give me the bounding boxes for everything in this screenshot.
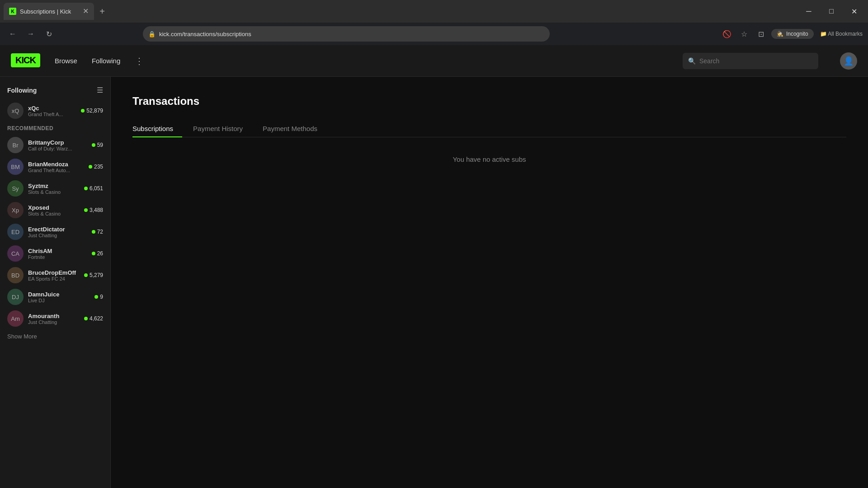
live-dot-erectdictator [92, 230, 95, 234]
sidebar-item-brucedropemoff[interactable]: BD BruceDropEmOff EA Sports FC 24 5,279 [0, 264, 110, 286]
maximize-button[interactable]: □ [821, 0, 842, 23]
back-button[interactable]: ← [5, 27, 20, 41]
sidebar-viewers-erectdictator: 72 [92, 229, 103, 235]
sidebar-info-chrisam: ChrisAM Fortnite [28, 248, 87, 260]
live-dot-amouranth [84, 317, 88, 320]
sidebar-item-erectdictator[interactable]: ED ErectDictator Just Chatting 72 [0, 221, 110, 243]
sidebar-viewers-brittanycorp: 59 [92, 142, 103, 148]
transactions-tabs: Subscriptions Payment History Payment Me… [132, 120, 846, 137]
live-dot-brucedropemoff [84, 273, 88, 277]
page-title: Transactions [132, 95, 846, 108]
sidebar-info-syztmz: Syztmz Slots & Casino [28, 183, 80, 195]
incognito-button[interactable]: 🕵 Incognito [771, 29, 814, 39]
sidebar-viewers-syztmz: 6,051 [84, 185, 103, 192]
sidebar-item-damnjuice[interactable]: DJ DamnJuice Live DJ 9 [0, 286, 110, 308]
bookmarks-folder-icon: 📁 [820, 31, 827, 37]
tab-favicon: K [9, 8, 16, 15]
browser-chrome: K Subscriptions | Kick ✕ + ─ □ ✕ ← → ↻ 🔒… [0, 0, 868, 45]
avatar-syztmz: Sy [7, 180, 24, 197]
avatar-amouranth: Am [7, 310, 24, 327]
sidebar-viewers-damnjuice: 9 [94, 294, 103, 300]
sidebar-game-xposed: Slots & Casino [28, 211, 80, 216]
header-search[interactable]: 🔍 [683, 53, 818, 69]
avatar-xqc: xQ [7, 103, 24, 119]
browser-actions: 🚫 ☆ ⊡ 🕵 Incognito 📁 All Bookmarks [720, 27, 863, 41]
nav-following[interactable]: Following [92, 57, 120, 65]
sidebar-game-xqc: Grand Theft A... [28, 112, 76, 117]
live-dot-damnjuice [94, 295, 98, 299]
main-layout: Following ☰ xQ xQc Grand Theft A... 52,8… [0, 77, 868, 488]
user-avatar[interactable]: 👤 [840, 52, 857, 70]
active-tab[interactable]: K Subscriptions | Kick ✕ [4, 3, 94, 20]
nav-browse[interactable]: Browse [55, 57, 77, 65]
camera-off-icon[interactable]: 🚫 [720, 27, 734, 41]
close-window-button[interactable]: ✕ [844, 0, 864, 23]
sidebar-item-chrisam[interactable]: CA ChrisAM Fortnite 26 [0, 243, 110, 264]
sidebar-viewers-brucedropemoff: 5,279 [84, 272, 103, 278]
sidebar-viewers-brianmendoza: 235 [89, 164, 103, 170]
live-dot-chrisam [92, 252, 95, 255]
sidebar-item-brittanycorp[interactable]: Br BrittanyCorp Call of Duty: Warz... 59 [0, 134, 110, 156]
tab-subscriptions[interactable]: Subscriptions [132, 120, 182, 137]
incognito-icon: 🕵 [777, 31, 783, 37]
sidebar-viewers-chrisam: 26 [92, 250, 103, 257]
sidebar-info-brucedropemoff: BruceDropEmOff EA Sports FC 24 [28, 269, 80, 282]
sidebar-name-chrisam: ChrisAM [28, 248, 87, 254]
incognito-label: Incognito [786, 31, 808, 37]
show-more-button[interactable]: Show More [0, 329, 110, 343]
new-tab-button[interactable]: + [96, 5, 108, 18]
sidebar-viewers-xposed: 3,488 [84, 207, 103, 213]
sidebar-name-brucedropemoff: BruceDropEmOff [28, 269, 80, 276]
sidebar-name-brianmendoza: BrianMendoza [28, 161, 84, 168]
minimize-button[interactable]: ─ [798, 0, 819, 23]
main-content: Transactions Subscriptions Payment Histo… [111, 77, 868, 488]
tablet-icon[interactable]: ⊡ [754, 27, 769, 41]
sidebar-item-xqc[interactable]: xQ xQc Grand Theft A... 52,879 [0, 100, 110, 122]
logo-beta: BETA [12, 64, 40, 68]
sidebar-item-xposed[interactable]: Xp Xposed Slots & Casino 3,488 [0, 199, 110, 221]
avatar-erectdictator: ED [7, 224, 24, 240]
url-text: kick.com/transactions/subscriptions [159, 31, 544, 38]
sidebar-item-brianmendoza[interactable]: BM BrianMendoza Grand Theft Auto... 235 [0, 156, 110, 178]
forward-button[interactable]: → [24, 27, 38, 41]
sidebar-item-syztmz[interactable]: Sy Syztmz Slots & Casino 6,051 [0, 178, 110, 199]
sidebar-game-brianmendoza: Grand Theft Auto... [28, 168, 84, 173]
sidebar-collapse-button[interactable]: ☰ [97, 86, 103, 94]
sidebar-viewers-amouranth: 4,622 [84, 315, 103, 322]
sidebar-info-brianmendoza: BrianMendoza Grand Theft Auto... [28, 161, 84, 173]
app: KICK BETA Browse Following ⋮ 🔍 👤 Followi… [0, 45, 868, 488]
more-menu-button[interactable]: ⋮ [135, 56, 144, 66]
live-dot-xposed [84, 208, 88, 212]
sidebar-info-erectdictator: ErectDictator Just Chatting [28, 226, 87, 238]
sidebar-info-damnjuice: DamnJuice Live DJ [28, 291, 90, 303]
sidebar-game-erectdictator: Just Chatting [28, 233, 87, 238]
sidebar-item-amouranth[interactable]: Am Amouranth Just Chatting 4,622 [0, 308, 110, 329]
reload-button[interactable]: ↻ [42, 27, 56, 41]
sidebar-name-erectdictator: ErectDictator [28, 226, 87, 233]
lock-icon: 🔒 [148, 31, 156, 38]
bookmark-icon[interactable]: ☆ [737, 27, 751, 41]
recommended-section-title: Recommended [0, 122, 110, 134]
tab-close-button[interactable]: ✕ [83, 8, 89, 15]
sidebar-name-syztmz: Syztmz [28, 183, 80, 189]
address-bar[interactable]: 🔒 kick.com/transactions/subscriptions [143, 26, 550, 42]
sidebar-viewers-xqc: 52,879 [81, 108, 103, 114]
sidebar-title: Following [7, 87, 37, 94]
tab-payment-history[interactable]: Payment History [193, 120, 252, 137]
search-icon: 🔍 [688, 57, 696, 65]
sidebar-game-brittanycorp: Call of Duty: Warz... [28, 146, 87, 151]
bookmarks-label: 📁 All Bookmarks [820, 31, 863, 37]
app-header: KICK BETA Browse Following ⋮ 🔍 👤 [0, 45, 868, 77]
sidebar-game-brucedropemoff: EA Sports FC 24 [28, 276, 80, 282]
sidebar-game-damnjuice: Live DJ [28, 298, 90, 303]
live-dot-brittanycorp [92, 143, 95, 147]
sidebar-name-xqc: xQc [28, 105, 76, 112]
tab-payment-methods[interactable]: Payment Methods [263, 120, 326, 137]
live-dot-brianmendoza [89, 165, 92, 169]
avatar-brucedropemoff: BD [7, 267, 24, 283]
sidebar-game-amouranth: Just Chatting [28, 319, 80, 325]
avatar-brianmendoza: BM [7, 159, 24, 175]
search-input[interactable] [699, 57, 813, 65]
logo-wrap: KICK BETA [11, 53, 40, 68]
sidebar-info-brittanycorp: BrittanyCorp Call of Duty: Warz... [28, 139, 87, 151]
